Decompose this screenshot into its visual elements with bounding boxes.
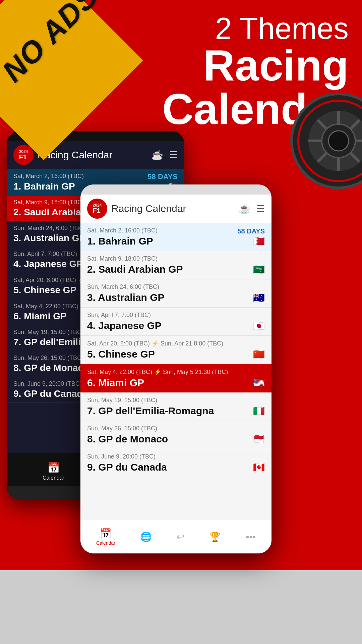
nav-trophy-light[interactable]: 🏆 — [209, 531, 221, 542]
nav-arrow-light[interactable]: ↩ — [177, 531, 184, 542]
trophy-icon-light: 🏆 — [209, 531, 221, 542]
calendar-icon-dark: 📅 — [47, 462, 60, 474]
calendar-label-light: Calendar — [96, 540, 115, 546]
flag-japan-light: 🇯🇵 — [253, 320, 265, 331]
app-logo-light: 2024 F1 — [87, 199, 107, 219]
days-badge-light: 58 DAYS — [237, 227, 265, 235]
flag-miami-light: 🇺🇸 — [253, 377, 265, 388]
menu-icon-dark[interactable]: ☰ — [169, 150, 178, 161]
flag-china-light: 🇨🇳 — [253, 349, 265, 360]
dots-icon-light: ••• — [246, 532, 255, 542]
arrow-icon-light: ↩ — [177, 531, 184, 542]
app-title-dark: Racing Calendar — [38, 149, 147, 161]
calendar-icon-light: 📅 — [100, 528, 112, 539]
phone-light: 2024 F1 Racing Calendar ☕ ☰ Sat, March 2… — [80, 184, 272, 553]
header-icons-light: ☕ ☰ — [239, 203, 265, 214]
nav-calendar-dark[interactable]: 📅 Calendar — [43, 462, 64, 481]
race-item-light-6[interactable]: Sat, May 4, 22:00 (TBC) ⚡ Sun, May 5 21:… — [80, 364, 272, 393]
race-item-light-5[interactable]: Sat, Apr 20, 8:00 (TBC) ⚡ Sun, Apr 21 8:… — [80, 336, 272, 364]
wheel-decoration — [288, 91, 362, 191]
race-item-light-7[interactable]: Sun, May 19, 15:00 (TBC) 7. GP dell'Emil… — [80, 393, 272, 421]
themes-label: 2 Themes — [162, 13, 349, 44]
race-list-light: Sat, March 2, 16:00 (TBC) 58 DAYS 1. Bah… — [80, 223, 272, 477]
globe-icon-light: 🌐 — [140, 531, 152, 542]
nav-globe-light[interactable]: 🌐 — [140, 531, 152, 542]
coffee-icon-light[interactable]: ☕ — [239, 203, 250, 214]
flag-monaco-light: 🇲🇨 — [253, 434, 265, 445]
race-item-light-2[interactable]: Sat, March 9, 18:00 (TBC) 2. Saudi Arabi… — [80, 251, 272, 279]
menu-icon-light[interactable]: ☰ — [256, 203, 265, 214]
race-item-light-8[interactable]: Sun, May 26, 15:00 (TBC) 8. GP de Monaco… — [80, 421, 272, 449]
app-header-light: 2024 F1 Racing Calendar ☕ ☰ — [80, 195, 272, 223]
svg-point-12 — [328, 131, 349, 151]
race-item-light-3[interactable]: Sun, March 24, 6:00 (TBC) 3. Australian … — [80, 279, 272, 308]
flag-canada-light: 🇨🇦 — [253, 462, 265, 473]
phone-top-bar-light — [80, 184, 272, 195]
nav-dots-light[interactable]: ••• — [246, 532, 255, 542]
flag-saudi-light: 🇸🇦 — [253, 264, 265, 275]
flag-bahrain-light: 🇧🇭 — [253, 236, 265, 247]
flag-emilia-light: 🇮🇹 — [253, 406, 265, 417]
racing-word: Racing — [203, 41, 349, 90]
app-logo-dark: 2024 F1 — [13, 145, 34, 165]
race-item-light-1[interactable]: Sat, March 2, 16:00 (TBC) 58 DAYS 1. Bah… — [80, 223, 272, 251]
app-title-light: Racing Calendar — [111, 203, 235, 214]
header-icons-dark: ☕ ☰ — [152, 150, 178, 161]
calendar-label-dark: Calendar — [43, 475, 64, 481]
nav-calendar-light[interactable]: 📅 Calendar — [96, 528, 115, 546]
race-item-light-9[interactable]: Sun, June 9, 20:00 (TBC) 9. GP du Canada… — [80, 449, 272, 477]
race-item-light-4[interactable]: Sun, April 7, 7:00 (TBC) 4. Japanese GP … — [80, 308, 272, 336]
bottom-nav-light: 📅 Calendar 🌐 ↩ 🏆 ••• — [80, 520, 272, 553]
flag-aus-light: 🇦🇺 — [253, 292, 265, 303]
coffee-icon-dark[interactable]: ☕ — [152, 150, 163, 161]
phones-area: 2024 F1 Racing Calendar ☕ ☰ Sat, March 2… — [0, 124, 362, 644]
